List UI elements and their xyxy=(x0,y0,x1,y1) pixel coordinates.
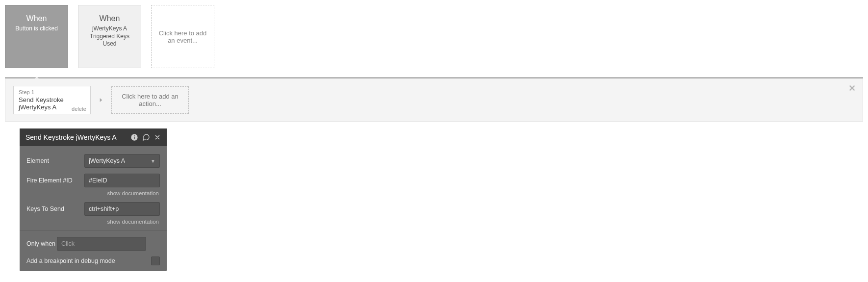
panel-header: Send Keystroke jWertyKeys A xyxy=(20,128,167,146)
panel-body: Element jWertyKeys A ▼ Fire Element #ID … xyxy=(20,146,167,271)
breakpoint-label: Add a breakpoint in debug mode xyxy=(26,257,115,264)
event-card-inactive[interactable]: When jWertyKeys A Triggered Keys Used xyxy=(78,5,141,68)
add-event-button[interactable]: Click here to add an event... xyxy=(151,5,214,68)
fire-element-label: Fire Element #ID xyxy=(26,177,84,184)
show-doc-link-2[interactable]: show documentation xyxy=(26,219,160,225)
element-row: Element jWertyKeys A ▼ xyxy=(26,154,160,168)
event-card-active[interactable]: When Button is clicked xyxy=(5,5,68,68)
info-icon[interactable] xyxy=(130,133,138,141)
close-panel-icon[interactable] xyxy=(154,134,161,141)
add-action-text: Click here to add an action... xyxy=(122,93,179,107)
event-subtitle: Button is clicked xyxy=(15,25,58,33)
comment-icon[interactable] xyxy=(142,133,150,141)
keys-row: Keys To Send xyxy=(26,202,160,216)
event-title: When xyxy=(26,14,47,23)
panel-title: Send Keystroke jWertyKeys A xyxy=(26,133,117,141)
properties-panel: Send Keystroke jWertyKeys A Element jWer… xyxy=(20,128,167,271)
breakpoint-checkbox[interactable] xyxy=(151,256,160,265)
element-select[interactable]: jWertyKeys A ▼ xyxy=(84,154,160,168)
svg-rect-2 xyxy=(134,135,134,136)
only-when-row: Only when xyxy=(26,237,160,251)
keys-input[interactable] xyxy=(84,202,160,216)
add-action-button[interactable]: Click here to add an action... xyxy=(111,86,189,114)
event-subtitle: jWertyKeys A Triggered Keys Used xyxy=(83,25,136,48)
panel-header-icons xyxy=(130,133,161,141)
keys-label: Keys To Send xyxy=(26,205,84,212)
close-actions-icon[interactable]: ✕ xyxy=(848,83,856,94)
only-when-input[interactable] xyxy=(57,237,146,251)
events-row: When Button is clicked When jWertyKeys A… xyxy=(0,0,868,68)
actions-strip: Step 1 Send Keystroke jWertyKeys A delet… xyxy=(5,78,863,122)
event-title: When xyxy=(100,14,120,23)
action-step-card[interactable]: Step 1 Send Keystroke jWertyKeys A delet… xyxy=(13,86,91,114)
fire-element-row: Fire Element #ID xyxy=(26,174,160,187)
element-label: Element xyxy=(26,157,84,164)
svg-rect-1 xyxy=(134,137,134,139)
arrow-right-icon xyxy=(97,96,105,104)
fire-element-input[interactable] xyxy=(84,174,160,187)
chevron-down-icon: ▼ xyxy=(151,158,155,164)
action-step-label: Step 1 xyxy=(19,89,85,95)
add-event-text: Click here to add an event... xyxy=(156,29,209,44)
panel-footer: Add a breakpoint in debug mode xyxy=(26,256,160,271)
element-value: jWertyKeys A xyxy=(89,157,125,164)
delete-action-button[interactable]: delete xyxy=(72,106,86,112)
panel-divider xyxy=(20,231,167,231)
show-doc-link-1[interactable]: show documentation xyxy=(26,190,160,196)
